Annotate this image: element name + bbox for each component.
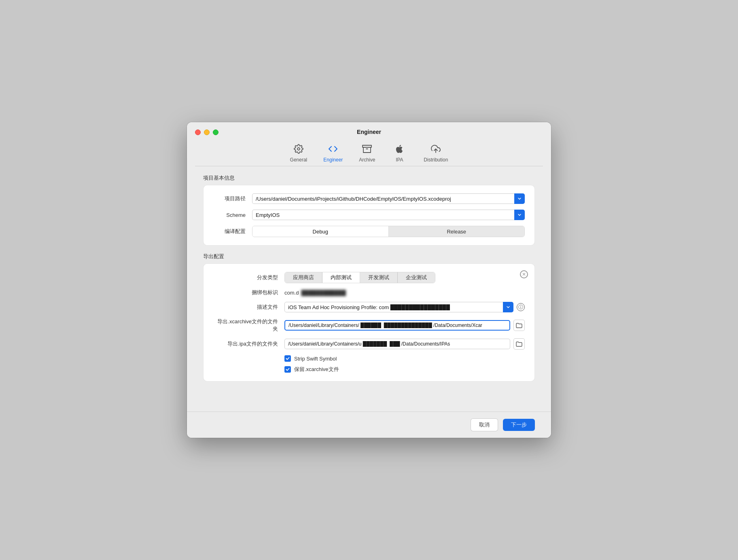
profile-dropdown-arrow[interactable]	[503, 302, 513, 312]
export-card: ✕ 分发类型 应用商店 内部测试 开发测试 企业测试 捆绑包标识 com.d	[203, 263, 535, 382]
toolbar-separator	[195, 166, 543, 166]
checkboxes-area: Strip Swift Symbol 保留.xcarchive文件	[284, 355, 525, 373]
title-bar: Engineer General	[187, 122, 551, 166]
dist-type-label: 分发类型	[213, 274, 278, 281]
window-title: Engineer	[357, 129, 381, 135]
path-label: 项目路径	[213, 195, 246, 202]
project-section-label: 项目基本信息	[203, 174, 535, 182]
build-config-segmented: Debug Release	[252, 226, 525, 237]
bundle-id-value: com.d	[284, 290, 299, 296]
ipa-path-input[interactable]	[284, 339, 510, 349]
xcarchive-path-row	[284, 320, 525, 331]
toolbar: General Engineer	[282, 141, 456, 166]
next-button[interactable]: 下一步	[503, 419, 535, 431]
close-button[interactable]	[195, 129, 201, 135]
keep-xcarchive-row: 保留.xcarchive文件	[284, 366, 525, 373]
cancel-button[interactable]: 取消	[471, 418, 498, 431]
xcarchive-label: 导出.xcarchive文件的文件夹	[213, 318, 278, 333]
debug-button[interactable]: Debug	[252, 226, 389, 237]
dist-type-buttons: 应用商店 内部测试 开发测试 企业测试	[284, 272, 435, 283]
release-button[interactable]: Release	[389, 226, 525, 237]
scheme-input-wrapper	[252, 210, 525, 220]
tab-distribution-label: Distribution	[424, 157, 448, 163]
code-icon	[328, 144, 338, 155]
bundle-id-content: com.d ████████████	[284, 290, 346, 296]
dist-adhoc[interactable]: 内部测试	[322, 272, 360, 283]
export-section-label: 导出配置	[203, 253, 535, 260]
tab-general[interactable]: General	[282, 141, 316, 166]
apple-icon	[394, 144, 404, 155]
dist-development[interactable]: 开发测试	[360, 272, 398, 283]
export-section: 导出配置 ✕ 分发类型 应用商店 内部测试 开发测试 企业测试 捆绑包标识	[203, 253, 535, 382]
dist-appstore[interactable]: 应用商店	[285, 272, 322, 283]
path-row: 项目路径	[213, 193, 525, 204]
profile-input[interactable]	[284, 302, 513, 312]
bottom-bar: 取消 下一步	[187, 412, 551, 438]
main-window: Engineer General	[187, 122, 551, 438]
cloud-upload-icon	[431, 144, 441, 155]
strip-swift-checkbox[interactable]	[284, 355, 291, 362]
bundle-id-label: 捆绑包标识	[213, 289, 278, 296]
close-export-button[interactable]: ✕	[520, 270, 528, 278]
tab-archive[interactable]: Archive	[351, 141, 383, 166]
ipa-label: 导出.ipa文件的文件夹	[213, 340, 278, 348]
archive-icon	[362, 144, 372, 155]
tab-archive-label: Archive	[359, 157, 375, 163]
traffic-lights	[195, 129, 218, 135]
build-config-label: 编译配置	[213, 228, 246, 235]
scheme-row: Scheme	[213, 210, 525, 220]
path-dropdown-arrow[interactable]	[514, 193, 525, 204]
profile-info-icon[interactable]: ⓘ	[517, 303, 525, 311]
profile-input-wrapper	[284, 302, 513, 312]
tab-engineer[interactable]: Engineer	[315, 141, 351, 166]
tab-ipa[interactable]: IPA	[383, 141, 416, 166]
keep-xcarchive-checkbox[interactable]	[284, 366, 291, 373]
scheme-dropdown-arrow[interactable]	[514, 210, 525, 220]
svg-point-0	[297, 148, 300, 150]
maximize-button[interactable]	[213, 129, 218, 135]
path-input[interactable]	[252, 193, 525, 204]
tab-distribution[interactable]: Distribution	[416, 141, 456, 166]
dist-enterprise[interactable]: 企业测试	[398, 272, 435, 283]
xcarchive-folder-button[interactable]	[513, 320, 525, 331]
tab-engineer-label: Engineer	[323, 157, 343, 163]
bundle-id-blurred: ████████████	[301, 290, 346, 296]
ipa-folder-button[interactable]	[513, 338, 525, 350]
build-config-row: 编译配置 Debug Release	[213, 226, 525, 237]
ipa-path-row	[284, 338, 525, 350]
profile-row: 描述文件 ⓘ	[213, 302, 525, 312]
xcarchive-row: 导出.xcarchive文件的文件夹	[213, 318, 525, 333]
gear-icon	[294, 144, 303, 155]
strip-swift-label: Strip Swift Symbol	[294, 356, 337, 362]
profile-label: 描述文件	[213, 303, 278, 311]
scheme-input[interactable]	[252, 210, 525, 220]
xcarchive-path-input[interactable]	[284, 320, 510, 331]
strip-swift-row: Strip Swift Symbol	[284, 355, 525, 362]
minimize-button[interactable]	[204, 129, 210, 135]
ipa-row: 导出.ipa文件的文件夹	[213, 338, 525, 350]
path-input-wrapper	[252, 193, 525, 204]
bundle-id-row: 捆绑包标识 com.d ████████████	[213, 289, 525, 296]
content-area: 项目基本信息 项目路径 Scheme	[187, 166, 551, 412]
project-card: 项目路径 Scheme	[203, 185, 535, 246]
project-section: 项目基本信息 项目路径 Scheme	[203, 174, 535, 246]
tab-general-label: General	[290, 157, 308, 163]
keep-xcarchive-label: 保留.xcarchive文件	[294, 366, 339, 373]
tab-ipa-label: IPA	[396, 157, 403, 163]
dist-type-row: 分发类型 应用商店 内部测试 开发测试 企业测试	[213, 272, 525, 283]
svg-rect-1	[363, 145, 371, 147]
scheme-label: Scheme	[213, 212, 246, 218]
